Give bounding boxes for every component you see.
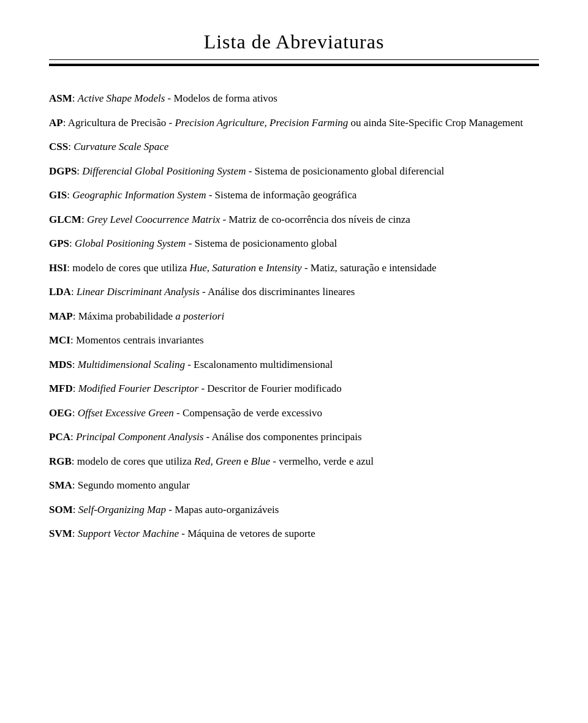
list-item: MDS: Multidimensional Scaling - Escalona…	[49, 357, 539, 373]
thin-divider	[49, 59, 539, 60]
abbrev-colon: :	[68, 141, 74, 152]
list-item: AP: Agricultura de Precisão - Precision …	[49, 115, 539, 131]
abbrev-key: AP	[49, 117, 63, 129]
list-item: GLCM: Grey Level Coocurrence Matrix - Ma…	[49, 212, 539, 228]
abbrev-italic: Hue, Saturation	[189, 262, 256, 274]
list-item: MCI: Momentos centrais invariantes	[49, 332, 539, 348]
abbrev-key: SVM	[49, 528, 72, 539]
abbrev-italic: Red, Green	[194, 455, 241, 467]
abbrev-colon: :	[72, 92, 78, 104]
abbrev-key: MDS	[49, 359, 72, 370]
list-item: MFD: Modified Fourier Descriptor - Descr…	[49, 381, 539, 397]
abbrev-colon: :	[71, 286, 77, 298]
abbrev-colon: :	[70, 431, 76, 443]
abbrev-key: SOM	[49, 504, 73, 515]
abbrev-key: GIS	[49, 189, 67, 201]
abbrev-italic: Differencial Global Positioning System	[82, 165, 246, 177]
list-item: SMA: Segundo momento angular	[49, 478, 539, 493]
abbrev-colon: :	[81, 214, 87, 225]
abbrev-colon: :	[72, 359, 78, 370]
abbrev-key: MCI	[49, 334, 70, 346]
abbrev-key: LDA	[49, 286, 71, 298]
abbrev-key: MAP	[49, 310, 73, 322]
abbrev-definition: : Momentos centrais invariantes	[70, 334, 204, 346]
list-item: LDA: Linear Discriminant Analysis - Anál…	[49, 284, 539, 300]
abbrev-key: GLCM	[49, 214, 81, 225]
abbrev-italic: Global Positioning System	[75, 238, 186, 249]
abbrev-italic: Grey Level Coocurrence Matrix	[87, 214, 220, 225]
abbrev-colon: :	[72, 528, 78, 539]
abbrev-colon: :	[67, 189, 72, 201]
abbrev-key: HSI	[49, 262, 67, 274]
abbrev-key: RGB	[49, 455, 72, 467]
abbrev-colon: :	[77, 165, 82, 177]
abbrev-italic: Principal Component Analysis	[76, 431, 203, 443]
abbrev-definition: : modelo de cores que utiliza	[67, 262, 189, 274]
abbrev-italic2: Blue	[251, 455, 270, 467]
abbrev-italic: Curvature Scale Space	[74, 141, 168, 152]
abbrev-key: PCA	[49, 431, 70, 443]
abbrev-key: OEG	[49, 407, 72, 419]
list-item: OEG: Offset Excessive Green - Compensaçã…	[49, 405, 539, 421]
abbrev-colon: :	[73, 383, 78, 394]
abbrev-definition: : Máxima probabilidade	[73, 310, 176, 322]
abbrev-italic: a posteriori	[175, 310, 224, 322]
abbrev-definition: : modelo de cores que utiliza	[72, 455, 194, 467]
abbrev-italic: Offset Excessive Green	[78, 407, 174, 419]
list-item: SVM: Support Vector Machine - Máquina de…	[49, 526, 539, 542]
abbrev-rest: - Modelos de forma ativos	[165, 92, 277, 104]
abbrev-rest: - Descritor de Fourier modificado	[198, 383, 342, 394]
abbrev-rest: - Matiz, saturação e intensidade	[302, 262, 437, 274]
abbrev-definition: : Agricultura de Precisão -	[63, 117, 175, 129]
list-item: DGPS: Differencial Global Positioning Sy…	[49, 163, 539, 179]
abbrev-key: DGPS	[49, 165, 77, 177]
abbrev-italic: Geographic Information System	[72, 189, 206, 201]
abbrev-text: e	[241, 455, 251, 467]
list-item: PCA: Principal Component Analysis - Anál…	[49, 429, 539, 445]
abbrev-italic: Precision Agriculture, Precision Farming	[175, 117, 348, 129]
thick-divider	[49, 64, 539, 66]
abbrev-italic: Multidimensional Scaling	[78, 359, 185, 370]
abbrev-rest: - Sistema de informação geográfica	[206, 189, 356, 201]
list-item: GPS: Global Positioning System - Sistema…	[49, 236, 539, 252]
list-item: HSI: modelo de cores que utiliza Hue, Sa…	[49, 260, 539, 276]
abbrev-rest: - Escalonamento multidimensional	[185, 359, 333, 370]
abbrev-key: GPS	[49, 238, 69, 249]
abbrev-colon: :	[72, 407, 78, 419]
abbrev-rest: - Análise dos componentes principais	[203, 431, 361, 443]
abbrev-rest: ou ainda Site-Specific Crop Management	[348, 117, 523, 129]
abbrev-rest: - Matriz de co-ocorrência dos níveis de …	[220, 214, 410, 225]
abbrev-definition: : Segundo momento angular	[72, 479, 190, 491]
abbrev-key: ASM	[49, 92, 72, 104]
abbrev-colon: :	[69, 238, 75, 249]
list-item: CSS: Curvature Scale Space	[49, 139, 539, 155]
list-item: RGB: modelo de cores que utiliza Red, Gr…	[49, 454, 539, 470]
list-item: ASM: Active Shape Models - Modelos de fo…	[49, 91, 539, 107]
abbrev-rest: - Sistema de posicionamento global	[186, 238, 337, 249]
abbrev-colon: :	[73, 504, 78, 515]
abbrev-rest: - Análise dos discriminantes lineares	[200, 286, 355, 298]
abbrev-key: CSS	[49, 141, 68, 152]
abbrev-rest: - Mapas auto-organizáveis	[166, 504, 279, 515]
list-item: GIS: Geographic Information System - Sis…	[49, 187, 539, 203]
abbrev-italic: Linear Discriminant Analysis	[77, 286, 200, 298]
abbrev-rest: - Compensação de verde excessivo	[174, 407, 322, 419]
abbrev-italic: Active Shape Models	[78, 92, 165, 104]
list-item: MAP: Máxima probabilidade a posteriori	[49, 309, 539, 324]
page: Lista de Abreviaturas ASM: Active Shape …	[0, 0, 588, 723]
abbrev-key: SMA	[49, 479, 72, 491]
abbrev-rest: - Sistema de posicionamento global difer…	[246, 165, 444, 177]
abbrev-text: e	[256, 262, 266, 274]
abbrev-rest: - Máquina de vetores de suporte	[179, 528, 315, 539]
abbrev-italic: Support Vector Machine	[78, 528, 179, 539]
list-item: SOM: Self-Organizing Map - Mapas auto-or…	[49, 502, 539, 518]
abbrev-key: MFD	[49, 383, 73, 394]
abbrev-italic: Modified Fourier Descriptor	[78, 383, 198, 394]
page-title: Lista de Abreviaturas	[49, 31, 539, 53]
abbreviations-list: ASM: Active Shape Models - Modelos de fo…	[49, 91, 539, 542]
abbrev-rest: - vermelho, verde e azul	[270, 455, 374, 467]
abbrev-italic2: Intensity	[266, 262, 302, 274]
abbrev-italic: Self-Organizing Map	[78, 504, 166, 515]
